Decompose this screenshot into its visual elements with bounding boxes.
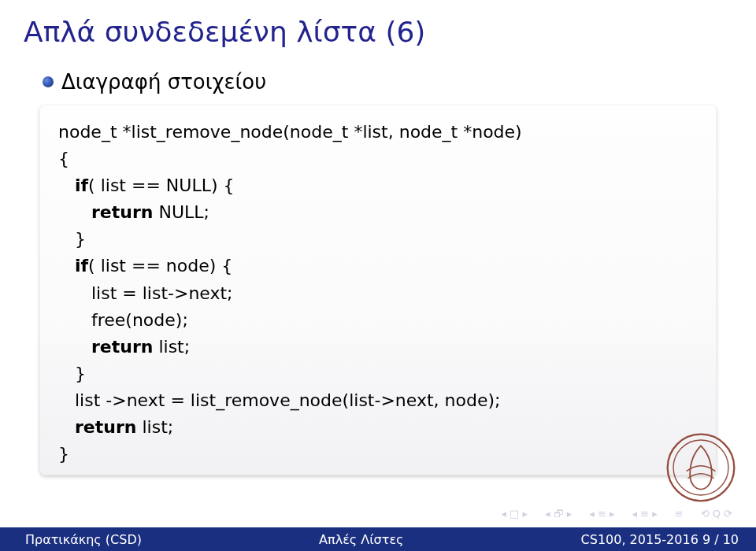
code-line [58,176,75,195]
nav-prev-slide-icon[interactable]: ◂ □ ▸ [501,508,528,520]
svg-point-1 [673,440,728,495]
bullet-icon [43,76,54,87]
keyword-return: return [75,417,136,437]
code-line: ( list == node) { [88,256,232,276]
nav-back-icon[interactable]: ≡ [675,508,684,520]
code-line: } [58,364,86,383]
beamer-nav: ◂ □ ▸ ◂ 🗗 ▸ ◂ ≡ ▸ ◂ ≡ ▸ ≡ ⟲ Q ⟳ [501,508,732,520]
code-line [58,202,91,222]
footer-page: CS100, 2015-2016 9 / 10 [581,532,756,547]
keyword-if: if [75,256,88,276]
university-seal-icon [665,431,737,504]
code-line: { [58,149,69,168]
code-line: list ->next = list_remove_node(list->nex… [58,390,500,410]
svg-point-0 [668,435,735,501]
code-line: ( list == NULL) { [88,176,234,195]
slide: Απλά συνδεδεμένη λίστα (6) Διαγραφή στοι… [0,0,756,551]
slide-title: Απλά συνδεδεμένη λίστα (6) [24,16,732,48]
nav-prev-subsection-icon[interactable]: ◂ ≡ ▸ [632,508,658,520]
code-line [58,417,75,437]
bullet-text: Διαγραφή στοιχείου [61,70,266,94]
nav-loop-icon[interactable]: ⟲ Q ⟳ [701,508,732,520]
code-line: list; [136,417,173,437]
code-line: list; [153,337,190,357]
nav-prev-section-icon[interactable]: ◂ ≡ ▸ [589,508,614,520]
bullet-item: Διαγραφή στοιχείου [43,70,732,94]
keyword-return: return [91,202,153,222]
nav-prev-frame-icon[interactable]: ◂ 🗗 ▸ [545,508,572,520]
keyword-return: return [91,337,153,357]
footer-author: Πρατικάκης (CSD) [0,532,142,547]
code-line [58,337,91,357]
code-line: node_t *list_remove_node(node_t *list, n… [58,122,522,142]
code-line: } [58,229,86,249]
code-line: list = list->next; [58,283,233,303]
code-line: NULL; [153,202,209,222]
footer-title: Απλές Λίστες [142,532,581,547]
code-line: free(node); [58,310,188,330]
code-block: node_t *list_remove_node(node_t *list, n… [39,105,717,475]
code-line: } [58,444,69,464]
slide-footer: Πρατικάκης (CSD) Απλές Λίστες CS100, 201… [0,527,756,551]
code-line [58,256,75,276]
keyword-if: if [75,176,88,195]
